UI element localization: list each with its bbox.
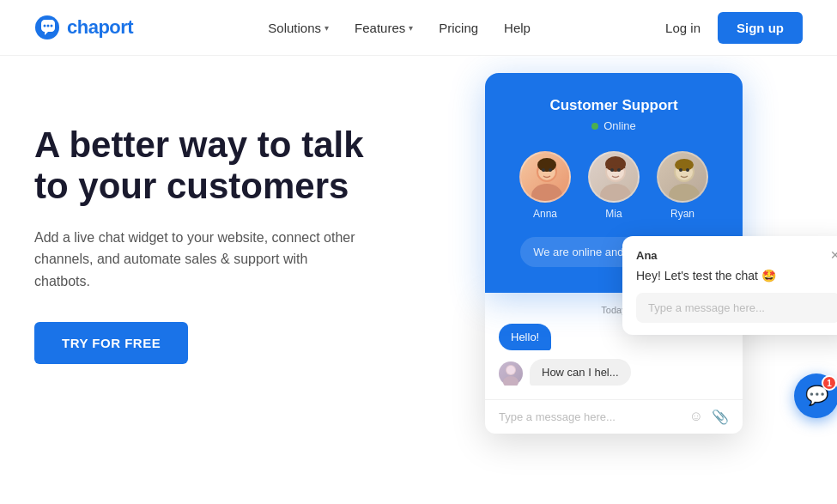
login-button[interactable]: Log in <box>665 21 701 35</box>
svg-point-7 <box>537 158 556 172</box>
svg-point-13 <box>605 156 626 172</box>
nav-pricing[interactable]: Pricing <box>439 21 478 35</box>
close-icon[interactable]: ✕ <box>830 248 837 262</box>
agent-ryan-name: Ryan <box>670 208 694 220</box>
agent-mia-name: Mia <box>605 208 622 220</box>
chat-input-placeholder: Type a message here... <box>499 410 616 423</box>
nav-solutions[interactable]: Solutions ▾ <box>268 21 329 35</box>
hero-left: A better way to talk to your customers A… <box>34 99 403 364</box>
svg-point-8 <box>542 168 545 172</box>
agent-mia: Mia <box>588 151 640 220</box>
chevron-down-icon: ▾ <box>324 23 329 33</box>
svg-point-20 <box>679 168 682 172</box>
attachment-icon[interactable]: 📎 <box>712 409 729 425</box>
avatar-agent <box>499 361 523 386</box>
try-for-free-button[interactable]: TRY FOR FREE <box>34 322 188 364</box>
message-row-2: How can I hel... <box>499 359 729 386</box>
chat-main-input-bar[interactable]: Type a message here... ☺ 📎 <box>485 399 743 434</box>
support-panel-title: Customer Support <box>511 97 717 114</box>
online-label: Online <box>603 119 636 132</box>
avatar-mia <box>588 151 640 203</box>
online-dot <box>591 123 598 130</box>
hero-headline: A better way to talk to your customers <box>34 124 403 208</box>
header: chaport Solutions ▾ Features ▾ Pricing H… <box>0 0 837 56</box>
avatar-ryan <box>657 151 708 203</box>
chat-fab-button[interactable]: 💬 1 <box>794 373 837 418</box>
agents-row: Anna <box>511 151 717 220</box>
chat-popup: Ana ✕ Hey! Let's test the chat 🤩 Type a … <box>622 236 837 335</box>
svg-point-2 <box>47 25 50 27</box>
avatar-anna <box>519 151 571 203</box>
signup-button[interactable]: Sign up <box>718 12 803 44</box>
nav-features[interactable]: Features ▾ <box>355 21 413 35</box>
popup-header: Ana ✕ <box>636 248 837 262</box>
popup-agent-name: Ana <box>636 249 658 262</box>
logo-wordmark: chaport <box>67 16 133 39</box>
svg-point-11 <box>600 184 631 203</box>
chevron-down-icon: ▾ <box>409 23 413 33</box>
svg-point-1 <box>44 25 46 27</box>
agent-ryan: Ryan <box>657 151 708 220</box>
main-content: A better way to talk to your customers A… <box>0 56 837 504</box>
svg-point-14 <box>610 168 614 172</box>
agent-anna-name: Anna <box>533 208 557 220</box>
chat-messages: Hello! How can I hel... <box>485 324 743 399</box>
svg-point-19 <box>675 159 694 171</box>
popup-input[interactable]: Type a message here... <box>636 293 837 323</box>
popup-message: Hey! Let's test the chat 🤩 <box>636 269 837 282</box>
main-nav: Solutions ▾ Features ▾ Pricing Help <box>268 21 531 35</box>
svg-point-23 <box>506 366 515 374</box>
svg-point-15 <box>617 168 621 172</box>
chat-action-icons: ☺ 📎 <box>689 409 729 425</box>
chat-widget-preview: Customer Support Online <box>459 73 837 434</box>
emoji-icon[interactable]: ☺ <box>689 409 703 425</box>
message-bubble-help: How can I hel... <box>530 359 631 386</box>
svg-point-17 <box>669 184 700 203</box>
chaport-logo-icon <box>34 15 60 40</box>
nav-help[interactable]: Help <box>504 21 531 35</box>
svg-point-9 <box>549 168 552 172</box>
svg-point-5 <box>531 184 562 203</box>
chat-fab-badge: 1 <box>822 375 837 391</box>
message-bubble-hello: Hello! <box>499 324 551 350</box>
logo[interactable]: chaport <box>34 15 133 40</box>
svg-point-21 <box>686 168 689 172</box>
agent-anna: Anna <box>519 151 571 220</box>
nav-actions: Log in Sign up <box>665 12 803 44</box>
svg-point-24 <box>503 376 519 386</box>
online-indicator: Online <box>511 119 717 132</box>
svg-point-3 <box>51 25 53 27</box>
hero-subtext: Add a live chat widget to your website, … <box>34 227 361 293</box>
